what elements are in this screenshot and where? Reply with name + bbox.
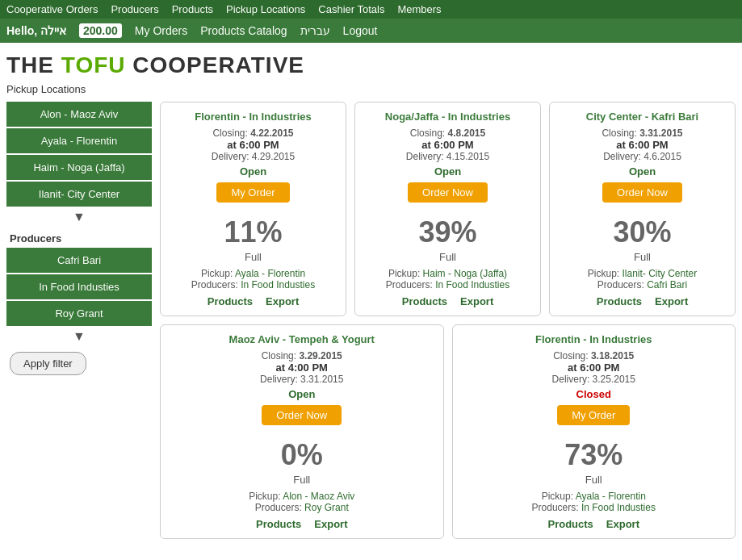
order-card-2: Noga/Jaffa - In Industries Closing: 4.8.… <box>354 102 541 316</box>
card-2-full: Full <box>363 251 532 263</box>
card-2-producers: Producers: In Food Industies <box>363 279 532 290</box>
card-3-producers-value: Cafri Bari <box>647 279 687 290</box>
producers-section-label: Producers <box>6 226 152 248</box>
card-1-pickup: Pickup: Ayala - Florentin <box>169 268 337 279</box>
card-1-products-link[interactable]: Products <box>208 295 253 307</box>
card-3-delivery: Delivery: 4.6.2015 <box>558 151 727 162</box>
card-3-status: Open <box>558 165 727 178</box>
apply-filter-button[interactable]: Apply filter <box>10 352 86 375</box>
card-5-status: Closed <box>461 388 727 400</box>
card-2-action-button[interactable]: Order Now <box>408 182 488 203</box>
order-card-1: Florentin - In Industries Closing: 4.22.… <box>160 102 346 316</box>
card-1-percent: 11% <box>169 215 337 249</box>
section-title: Pickup Locations <box>0 81 742 102</box>
card-4-pickup: Pickup: Alon - Maoz Aviv <box>169 491 435 502</box>
card-3-closing-label: Closing: 3.31.2015 <box>558 127 727 139</box>
card-1-export-link[interactable]: Export <box>266 295 299 307</box>
page-header: THE TOFU COOPERATIVE <box>0 43 742 81</box>
nav-cooperative-orders[interactable]: Cooperative Orders <box>6 3 98 15</box>
card-5-action-button[interactable]: My Order <box>557 405 630 425</box>
greeting: Hello, איילה <box>6 24 66 37</box>
page-title: THE TOFU COOPERATIVE <box>6 52 736 78</box>
card-4-products-link[interactable]: Products <box>256 518 301 530</box>
card-5-percent: 73% <box>461 438 727 472</box>
card-2-closing-time: at 6:00 PM <box>363 139 532 151</box>
card-4-title: Maoz Aviv - Tempeh & Yogurt <box>169 333 435 345</box>
card-5-producers-value: In Food Industies <box>581 502 656 513</box>
card-5-pickup-value: Ayala - Florentin <box>576 491 646 502</box>
card-1-pickup-value: Ayala - Florentin <box>235 268 305 279</box>
card-2-products-link[interactable]: Products <box>402 295 447 307</box>
card-5-products-link[interactable]: Products <box>547 518 593 530</box>
card-4-closing-label: Closing: 3.29.2015 <box>169 350 435 361</box>
title-prefix: THE <box>6 52 61 77</box>
card-2-pickup: Pickup: Haim - Noga (Jaffa) <box>363 268 532 279</box>
order-card-3: City Center - Kafri Bari Closing: 3.31.2… <box>549 102 736 316</box>
card-1-title: Florentin - In Industries <box>169 111 337 123</box>
card-2-closing-date: 4.8.2015 <box>447 127 485 139</box>
nav-products[interactable]: Products <box>172 3 213 15</box>
card-4-producers-value: Roy Grant <box>304 502 349 513</box>
card-3-closing-date: 3.31.2015 <box>639 127 682 139</box>
pickup-expand-arrow[interactable]: ▼ <box>6 208 152 226</box>
top-navigation: Cooperative Orders Producers Products Pi… <box>0 0 742 19</box>
card-5-closing-date: 3.18.2015 <box>591 350 634 361</box>
card-4-producers: Producers: Roy Grant <box>169 502 435 513</box>
producers-expand-arrow[interactable]: ▼ <box>6 328 152 345</box>
card-2-delivery: Delivery: 4.15.2015 <box>363 151 532 162</box>
card-2-export-link[interactable]: Export <box>460 295 493 307</box>
card-3-pickup: Pickup: Ilanit- City Center <box>558 268 727 279</box>
card-5-closing-label: Closing: 3.18.2015 <box>461 350 727 361</box>
logout-link[interactable]: Logout <box>343 24 378 37</box>
card-1-full: Full <box>169 251 337 263</box>
sidebar-item-cafri[interactable]: Cafri Bari <box>6 248 152 273</box>
card-4-links: Products Export <box>169 518 435 530</box>
card-2-closing-label: Closing: 4.8.2015 <box>363 127 532 139</box>
card-5-export-link[interactable]: Export <box>606 518 639 530</box>
card-5-pickup: Pickup: Ayala - Florentin <box>461 491 727 502</box>
products-catalog-link[interactable]: Products Catalog <box>200 24 287 37</box>
sidebar-item-ilanit[interactable]: Ilanit- City Center <box>6 182 152 207</box>
sidebar-item-roy[interactable]: Roy Grant <box>6 301 152 326</box>
sidebar-item-infood[interactable]: In Food Industies <box>6 274 152 299</box>
card-1-delivery: Delivery: 4.29.2015 <box>169 151 337 162</box>
order-card-4: Maoz Aviv - Tempeh & Yogurt Closing: 3.2… <box>160 324 444 539</box>
title-highlight: TOFU <box>61 52 126 77</box>
card-4-status: Open <box>169 388 435 400</box>
card-1-closing-label: Closing: 4.22.2015 <box>169 127 337 139</box>
balance-display: 200.00 <box>79 23 122 38</box>
card-4-percent: 0% <box>169 438 435 472</box>
card-5-producers: Producers: In Food Industies <box>461 502 727 513</box>
card-3-closing-time: at 6:00 PM <box>558 139 727 151</box>
order-card-5: Florentin - In Industries Closing: 3.18.… <box>452 324 736 539</box>
sidebar-item-ayala[interactable]: Ayala - Florentin <box>6 128 152 153</box>
card-3-export-link[interactable]: Export <box>655 295 688 307</box>
my-orders-link[interactable]: My Orders <box>135 24 187 37</box>
card-4-action-button[interactable]: Order Now <box>262 405 342 425</box>
main-layout: Alon - Maoz Aviv Ayala - Florentin Haim … <box>0 102 742 539</box>
sidebar-item-alon[interactable]: Alon - Maoz Aviv <box>6 102 152 127</box>
card-3-title: City Center - Kafri Bari <box>558 111 727 123</box>
card-2-title: Noga/Jaffa - In Industries <box>363 111 532 123</box>
card-1-links: Products Export <box>169 295 337 307</box>
card-5-links: Products Export <box>461 518 727 530</box>
card-3-links: Products Export <box>558 295 727 307</box>
card-5-closing-time: at 6:00 PM <box>461 361 727 374</box>
card-1-closing-time: at 6:00 PM <box>169 139 337 151</box>
nav-cashier-totals[interactable]: Cashier Totals <box>318 3 384 15</box>
card-3-products-link[interactable]: Products <box>597 295 642 307</box>
card-3-percent: 30% <box>558 215 727 249</box>
card-2-links: Products Export <box>363 295 532 307</box>
card-4-export-link[interactable]: Export <box>314 518 347 530</box>
sidebar-item-haim[interactable]: Haim - Noga (Jaffa) <box>6 155 152 180</box>
card-4-delivery: Delivery: 3.31.2015 <box>169 374 435 385</box>
nav-pickup-locations[interactable]: Pickup Locations <box>226 3 305 15</box>
card-4-full: Full <box>169 474 435 486</box>
hebrew-link[interactable]: עברית <box>300 24 330 37</box>
nav-members[interactable]: Members <box>397 3 441 15</box>
card-3-action-button[interactable]: Order Now <box>602 182 682 203</box>
nav-producers[interactable]: Producers <box>111 3 158 15</box>
card-1-action-button[interactable]: My Order <box>216 182 289 203</box>
card-3-producers: Producers: Cafri Bari <box>558 279 727 290</box>
card-5-title: Florentin - In Industries <box>461 333 727 345</box>
